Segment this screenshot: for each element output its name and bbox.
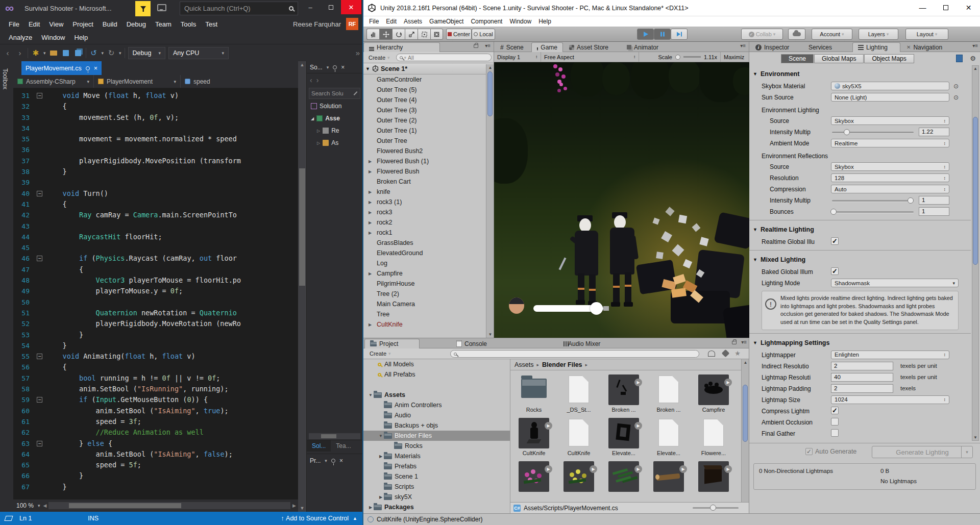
checkbox[interactable]: ✓ (831, 267, 839, 275)
menu-test[interactable]: Test (201, 19, 222, 30)
fold-toggle-icon[interactable]: − (37, 397, 42, 403)
value-field[interactable]: 2 (831, 362, 893, 370)
menu-view[interactable]: View (44, 19, 68, 30)
code-line-45[interactable]: 45 (13, 242, 298, 253)
hierarchy-search-input[interactable]: ▾ All (396, 54, 492, 61)
code-line-56[interactable]: 56 { (13, 362, 298, 372)
open-file-icon[interactable] (49, 48, 58, 58)
lighting-mode-object-maps[interactable]: Object Maps (864, 54, 914, 63)
object-picker-icon[interactable]: ⊙ (953, 83, 959, 90)
asset-rocks[interactable]: Rocks (518, 374, 550, 413)
pause-button[interactable] (654, 29, 671, 40)
hierarchy-item[interactable]: ▶Flowered Bush (1) (363, 156, 486, 166)
hierarchy-item[interactable]: GrassBlades (363, 238, 486, 248)
hierarchy-item[interactable]: Tree (363, 309, 486, 319)
generate-lighting-button[interactable]: Generate Lighting ▾ (872, 446, 973, 458)
slider-value-field[interactable]: 1 (919, 207, 949, 216)
project-folder-scripts[interactable]: Scripts (363, 482, 510, 492)
hierarchy-item[interactable]: ▶Campfire (363, 268, 486, 279)
menu-help[interactable]: Help (70, 32, 93, 43)
section-environment[interactable]: ▼Environment (749, 67, 971, 81)
favorite-all-models[interactable]: All Models (363, 359, 510, 369)
asset-cultknife[interactable]: CultKnife (562, 418, 595, 456)
toolbar-overflow-icon[interactable]: » (353, 48, 362, 58)
code-line-41[interactable]: 41 { (13, 199, 298, 210)
project-folder-sky5x[interactable]: ▶sky5X (363, 492, 510, 502)
code-line-65[interactable]: 65 speed = 5f; (13, 460, 298, 470)
hierarchy-item[interactable]: Main Camera (363, 299, 486, 309)
unity-minimize-button[interactable]: — (911, 0, 934, 15)
breadcrumb-blender-files[interactable]: Blender Files (542, 361, 582, 368)
asset-campfire[interactable]: ▶Campfire (697, 374, 730, 413)
close-panel-icon[interactable]: × (341, 64, 345, 71)
checkbox[interactable] (831, 418, 839, 426)
redo-icon[interactable]: ↻ (107, 48, 116, 58)
asset-flowers-pink[interactable]: ▶ (518, 461, 550, 493)
account-avatar[interactable]: RF (346, 18, 358, 30)
slider-value-field[interactable]: 1.22 (919, 128, 949, 136)
fold-toggle-icon[interactable]: − (37, 441, 42, 446)
code-line-54[interactable]: 54 } (13, 340, 298, 351)
asset-broken-[interactable]: Broken ... (652, 374, 685, 413)
game-menu-icon[interactable]: ▾≡ (740, 43, 746, 48)
code-line-37[interactable]: 37 playerRigidbody.MovePosition (transfo… (13, 156, 298, 166)
sol-back-icon[interactable]: ‹ (310, 76, 312, 84)
hierarchy-item[interactable]: Outer Tree (5) (363, 85, 486, 95)
asset-elevate-[interactable]: Elevate... (652, 418, 685, 456)
asset-flowers-yellow[interactable]: ▶ (562, 461, 595, 493)
unity-maximize-button[interactable] (934, 0, 957, 15)
hierarchy-item[interactable]: PilgrimHouse (363, 279, 486, 289)
slider-track[interactable] (832, 132, 914, 133)
code-line-61[interactable]: 61 speed = 3f; (13, 416, 298, 427)
hierarchy-item[interactable]: ▶rock3 (363, 207, 486, 217)
slider-track[interactable] (832, 200, 914, 202)
hierarchy-item[interactable]: Outer Tree (2) (363, 115, 486, 126)
scale-slider[interactable]: Scale 1.11x (655, 52, 720, 62)
tab-inspector[interactable]: iInspector (750, 42, 802, 52)
code-line-44[interactable]: 44 RaycastHit floorHit; (13, 232, 298, 242)
tab-navigation[interactable]: ✕Navigation (901, 42, 958, 52)
code-line-36[interactable]: 36 (13, 144, 298, 155)
search-by-label-icon[interactable] (722, 349, 730, 358)
pin-properties-icon[interactable] (331, 459, 335, 463)
asset-elevate-[interactable]: ▶Elevate... (607, 418, 640, 456)
hierarchy-item[interactable]: ▶Flowered Bush (363, 166, 486, 177)
vs-minimize-button[interactable]: – (300, 0, 321, 14)
menu-window[interactable]: Window (37, 32, 69, 43)
unity-menu-component[interactable]: Component (467, 17, 506, 26)
layout-dropdown[interactable]: Layout▾ (905, 29, 948, 40)
account-dropdown[interactable]: Account▾ (812, 29, 852, 40)
display-dropdown[interactable]: Display 1↕ (494, 52, 541, 62)
type-dropdown[interactable]: PlayerMovement▾ (94, 75, 181, 88)
close-tab-icon[interactable]: × (94, 65, 97, 72)
new-project-icon[interactable]: ✱ (31, 48, 40, 58)
sol-hscrollbar[interactable] (309, 433, 360, 439)
add-to-source-control-button[interactable]: ↑ Add to Source Control (281, 515, 349, 522)
search-by-type-icon[interactable] (708, 351, 715, 357)
solution-item-as[interactable]: ▷As (307, 137, 362, 149)
hierarchy-scrollbar[interactable]: ▲ ▼ (486, 64, 494, 338)
tab-playermovement[interactable]: PlayerMovement.cs × (21, 61, 102, 75)
fold-toggle-icon[interactable]: − (37, 191, 42, 196)
tab-game[interactable]: Game (531, 42, 563, 52)
lighting-menu-icon[interactable]: ▾≡ (972, 43, 978, 48)
hierarchy-item[interactable]: ElevatedGround (363, 248, 486, 258)
code-line-64[interactable]: 64 anim.SetBool ("IsAiming", false); (13, 449, 298, 460)
unity-close-button[interactable]: ✕ (957, 0, 980, 15)
object-field[interactable]: None (Light) (831, 93, 949, 102)
tab-solution-explorer[interactable]: Sol... (307, 440, 331, 452)
unity-menu-help[interactable]: Help (535, 17, 555, 26)
editor-hscrollbar[interactable] (48, 502, 290, 509)
dropdown[interactable]: Auto↕ (831, 185, 949, 193)
fold-toggle-icon[interactable]: − (37, 354, 42, 359)
vs-close-button[interactable]: ✕ (341, 0, 361, 14)
help-icon[interactable] (956, 55, 963, 62)
code-line-31[interactable]: 31− void Move (float h, float v) (13, 90, 298, 101)
rotate-tool-icon[interactable] (392, 29, 405, 40)
dropdown[interactable]: Realtime↕ (831, 139, 949, 147)
hierarchy-item[interactable]: ▶knife (363, 187, 486, 197)
code-line-57[interactable]: 57 bool running = h != 0f || v != 0f; (13, 373, 298, 384)
save-all-icon[interactable] (74, 48, 83, 58)
code-line-50[interactable]: 50 (13, 297, 298, 308)
pin-panel-icon[interactable] (333, 65, 337, 69)
